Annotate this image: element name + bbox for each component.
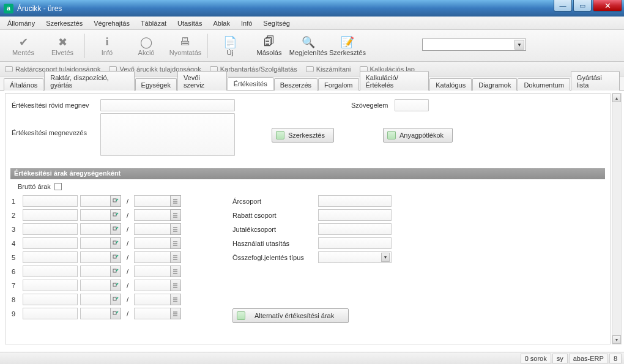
list-button[interactable] (170, 294, 181, 305)
link-kiszamitani[interactable]: Kiszámítani (306, 65, 351, 73)
lookup-button[interactable] (110, 280, 121, 291)
list-button[interactable] (170, 237, 181, 249)
menu-segitseg[interactable]: Segítség (258, 18, 294, 29)
price-input[interactable] (23, 280, 78, 291)
price-input[interactable] (23, 223, 78, 235)
arcsoport-input[interactable] (318, 195, 392, 207)
menu-vegrehajtas[interactable]: Végrehajtás (89, 18, 135, 29)
menu-info[interactable]: Infó (236, 18, 257, 29)
per-input[interactable] (134, 308, 171, 319)
chevron-down-icon: ▾ (381, 253, 390, 262)
tab-katalogus[interactable]: Katalógus (429, 78, 472, 91)
per-input[interactable] (134, 209, 171, 221)
toolbar-info-button[interactable]: i Infó (87, 31, 127, 61)
tab-egysegek[interactable]: Egységek (135, 78, 177, 91)
lookup-button[interactable] (110, 294, 121, 305)
osszefogl-select[interactable]: ▾ (318, 251, 392, 263)
menu-ablak[interactable]: Ablak (208, 18, 235, 29)
toolbar-edit-button[interactable]: 📝 Szerkesztés (328, 31, 367, 61)
lookup-button[interactable] (110, 223, 121, 235)
hasznalati-input[interactable] (318, 237, 392, 249)
window-close-button[interactable]: ✕ (593, 0, 622, 12)
per-input[interactable] (134, 237, 171, 249)
unit-input[interactable] (80, 237, 111, 249)
list-button[interactable] (170, 308, 181, 319)
per-input[interactable] (134, 251, 171, 263)
list-button[interactable] (170, 280, 181, 291)
lookup-button[interactable] (110, 266, 121, 277)
szovegelem-input[interactable] (395, 99, 429, 111)
list-button[interactable] (170, 209, 181, 221)
price-row: 8/ (12, 292, 181, 306)
per-input[interactable] (134, 266, 171, 277)
price-input[interactable] (23, 251, 78, 263)
tab-forgalom[interactable]: Forgalom (318, 78, 358, 91)
unit-input[interactable] (80, 223, 111, 235)
unit-input[interactable] (80, 308, 111, 319)
toolbar-discard-button[interactable]: ✖ Elvetés (43, 31, 82, 61)
slash: / (124, 212, 132, 219)
vertical-scrollbar[interactable]: ▴ ▾ (612, 93, 622, 344)
brutto-checkbox[interactable]: Bruttó árak (18, 183, 604, 190)
unit-input[interactable] (80, 266, 111, 277)
edit-text-button[interactable]: Szerkesztés (272, 128, 334, 143)
tab-diagramok[interactable]: Diagramok (472, 78, 517, 91)
unit-input[interactable] (80, 209, 111, 221)
menu-utasitas[interactable]: Utasítás (173, 18, 207, 29)
tab-beszerzes[interactable]: Beszerzés (274, 78, 318, 91)
short-name-input[interactable] (100, 99, 235, 111)
alternativ-arak-button[interactable]: Alternatív értékesítési árak (232, 308, 349, 323)
menu-tablazat[interactable]: Táblázat (136, 18, 171, 29)
menu-szerkesztes[interactable]: Szerkesztés (41, 18, 87, 29)
price-input[interactable] (23, 209, 78, 221)
toolbar-combo[interactable]: ▼ (422, 39, 526, 51)
info-icon: i (100, 35, 114, 49)
toolbar-save-button[interactable]: ✔ Mentés (4, 31, 43, 61)
price-input[interactable] (23, 294, 78, 305)
toolbar-copy-button[interactable]: 🗐 Másolás (250, 31, 289, 61)
tab-vevoi-szerviz[interactable]: Vevői szerviz (177, 71, 227, 91)
lookup-button[interactable] (110, 308, 121, 319)
lookup-button[interactable] (110, 195, 121, 207)
toolbar-print-button[interactable]: 🖶 Nyomtatás (166, 31, 205, 61)
tab-altalanos[interactable]: Általános (4, 78, 43, 91)
lookup-button[interactable] (110, 209, 121, 221)
list-button[interactable] (170, 195, 181, 207)
price-input[interactable] (23, 308, 78, 319)
menu-allomany[interactable]: Állomány (2, 18, 40, 29)
scroll-up-icon[interactable]: ▴ (612, 94, 621, 102)
toolbar-action-button[interactable]: ◯ Akció (127, 31, 166, 61)
tab-raktar[interactable]: Raktár, diszpozíció, gyártás (44, 71, 134, 91)
list-button[interactable] (170, 266, 181, 277)
price-input[interactable] (23, 237, 78, 249)
per-input[interactable] (134, 280, 171, 291)
list-button[interactable] (170, 251, 181, 263)
lookup-button[interactable] (110, 251, 121, 263)
tab-dokumentum[interactable]: Dokumentum (518, 78, 570, 91)
svg-rect-8 (113, 227, 116, 230)
tab-gyartasi-lista[interactable]: Gyártási lista (571, 71, 620, 91)
price-input[interactable] (23, 266, 78, 277)
unit-input[interactable] (80, 251, 111, 263)
toolbar-new-button[interactable]: 📄 Új (210, 31, 250, 61)
per-input[interactable] (134, 195, 171, 207)
toolbar-copy-label: Másolás (257, 49, 282, 56)
tab-ertekesites[interactable]: Értékesítés (228, 77, 273, 90)
window-minimize-button[interactable]: — (554, 0, 572, 12)
unit-input[interactable] (80, 280, 111, 291)
rabatt-input[interactable] (318, 209, 392, 221)
jutalek-input[interactable] (318, 223, 392, 235)
anyagpotlekok-button[interactable]: Anyagpótlékok (383, 128, 453, 143)
scroll-down-icon[interactable]: ▾ (612, 335, 621, 344)
unit-input[interactable] (80, 195, 111, 207)
unit-input[interactable] (80, 294, 111, 305)
list-button[interactable] (170, 223, 181, 235)
price-input[interactable] (23, 195, 78, 207)
per-input[interactable] (134, 294, 171, 305)
name-textarea[interactable] (100, 113, 235, 156)
tab-kalkulacio[interactable]: Kalkuláció/Értékelés (360, 71, 429, 91)
per-input[interactable] (134, 223, 171, 235)
toolbar-view-button[interactable]: 🔍 Megjelenítés (289, 31, 328, 61)
lookup-button[interactable] (110, 237, 121, 249)
window-maximize-button[interactable]: ▭ (573, 0, 592, 12)
